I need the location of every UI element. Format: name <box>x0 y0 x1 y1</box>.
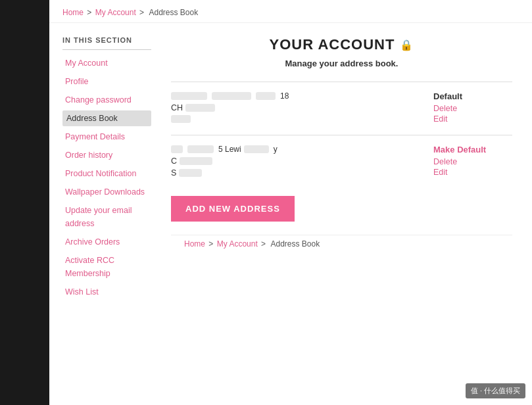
address-line-1: 18 <box>171 91 420 101</box>
blurred-text-1e <box>171 115 191 123</box>
address-text-2b: 5 Lewi <box>218 145 241 154</box>
sidebar-item-rcc[interactable]: Activate RCC Membership <box>62 252 151 281</box>
page-title: YOUR ACCOUNT 🔒 <box>270 36 414 53</box>
edit-link-2[interactable]: Edit <box>433 168 512 177</box>
address-line-1c <box>171 115 420 123</box>
blurred-text-1d <box>185 104 215 112</box>
bottom-breadcrumb-current: Address Book <box>270 239 320 249</box>
sidebar-item-product-notification[interactable]: Product Notification <box>62 166 151 181</box>
blurred-text-2d <box>180 157 212 165</box>
address-details-1: 18 CH <box>171 91 433 126</box>
address-details-2: 5 Lewi y C S <box>171 145 433 180</box>
blurred-text-1c <box>256 92 276 100</box>
sidebar-item-order-history[interactable]: Order history <box>62 147 151 163</box>
bottom-breadcrumb-sep1: > <box>208 239 213 249</box>
delete-link-1[interactable]: Delete <box>433 104 512 113</box>
page-subheading: Manage your address book. <box>171 59 512 68</box>
sidebar-item-email[interactable]: Update your email address <box>62 202 151 231</box>
address-text-1c: 18 <box>280 91 289 101</box>
breadcrumb-current: Address Book <box>149 8 198 17</box>
sidebar-item-wishlist[interactable]: Wish List <box>62 284 151 300</box>
address-entry-1: 18 CH Default Delete <box>171 82 512 135</box>
address-city-2: C <box>171 156 177 166</box>
address-list: 18 CH Default Delete <box>171 82 512 189</box>
sidebar-item-wallpaper[interactable]: Wallpaper Downloads <box>62 184 151 200</box>
bottom-breadcrumb-sep2: > <box>261 239 266 249</box>
bottom-breadcrumb: Home > My Account > Address Book <box>171 235 512 252</box>
sidebar-item-archive[interactable]: Archive Orders <box>62 234 151 250</box>
blurred-text-1a <box>171 92 207 100</box>
blurred-text-2a <box>171 145 183 153</box>
blurred-text-2c <box>244 145 269 153</box>
page-main: YOUR ACCOUNT 🔒 Manage your address book. <box>164 30 532 309</box>
blurred-text-1b <box>212 92 251 100</box>
breadcrumb-sep2: > <box>139 8 144 17</box>
bottom-breadcrumb-home[interactable]: Home <box>184 239 205 249</box>
left-sidebar <box>0 0 49 405</box>
lock-icon: 🔒 <box>400 39 414 51</box>
blurred-text-2e <box>179 169 202 177</box>
sidebar-section-title: IN THIS SECTION <box>62 36 151 50</box>
address-line-2a: 5 Lewi y <box>171 145 420 154</box>
sidebar-item-profile[interactable]: Profile <box>62 74 151 89</box>
address-state-2: S <box>171 168 176 178</box>
default-label-1: Default <box>433 91 512 101</box>
breadcrumb-myaccount[interactable]: My Account <box>95 8 136 17</box>
address-city-1: CH <box>171 103 183 112</box>
breadcrumb-sep1: > <box>87 8 91 17</box>
edit-link-1[interactable]: Edit <box>433 114 512 124</box>
sidebar-item-change-password[interactable]: Change password <box>62 92 151 108</box>
bottom-breadcrumb-myaccount[interactable]: My Account <box>217 239 258 249</box>
sidebar-item-myaccount[interactable]: My Account <box>62 55 151 71</box>
address-actions-2: Make Default Delete Edit <box>433 145 512 178</box>
address-line-2b: C <box>171 156 420 166</box>
address-line-2c: S <box>171 168 420 178</box>
sidebar-nav-list: My Account Profile Change password Addre… <box>62 55 151 300</box>
breadcrumb: Home > My Account > Address Book <box>49 0 532 23</box>
blurred-text-2b <box>187 145 214 153</box>
address-entry-2: 5 Lewi y C S <box>171 135 512 189</box>
sidebar-item-address-book[interactable]: Address Book <box>62 110 151 126</box>
address-text-2c: y <box>274 145 278 154</box>
add-address-button[interactable]: ADD NEW ADDRESS <box>171 196 295 222</box>
content-layout: IN THIS SECTION My Account Profile Chang… <box>49 23 532 316</box>
address-actions-1: Default Delete Edit <box>433 91 512 125</box>
sidebar-item-payment[interactable]: Payment Details <box>62 129 151 145</box>
delete-link-2[interactable]: Delete <box>433 157 512 166</box>
page-heading: YOUR ACCOUNT 🔒 <box>171 36 512 53</box>
sidebar-nav: IN THIS SECTION My Account Profile Chang… <box>49 30 164 309</box>
address-line-1b: CH <box>171 103 420 112</box>
main-content: Home > My Account > Address Book IN THIS… <box>49 0 532 405</box>
make-default-link-2[interactable]: Make Default <box>433 145 512 155</box>
breadcrumb-home[interactable]: Home <box>62 8 84 17</box>
